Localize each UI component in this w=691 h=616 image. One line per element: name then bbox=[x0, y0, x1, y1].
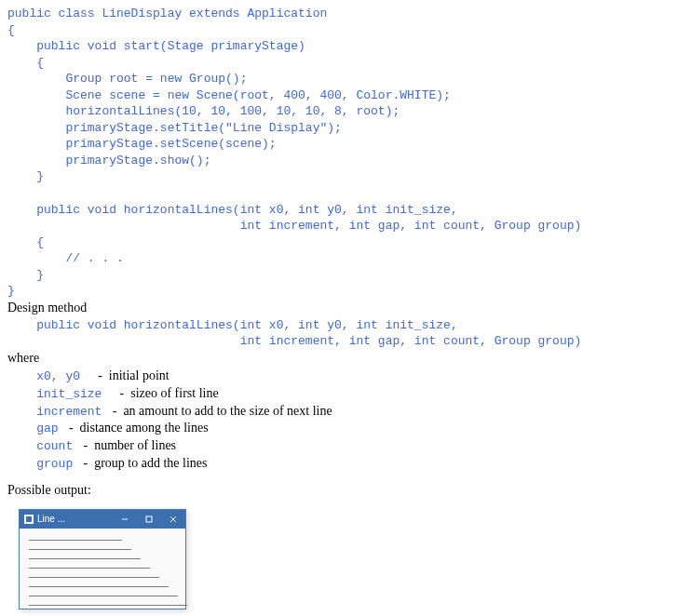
horizontal-line bbox=[29, 577, 159, 578]
param-name: group bbox=[7, 457, 80, 471]
client-area bbox=[20, 529, 185, 609]
window-title: Line ... bbox=[37, 514, 67, 524]
param-line: init_size - sizeo of first line bbox=[7, 385, 684, 403]
horizontal-line bbox=[29, 605, 187, 606]
param-line: increment - an amount to add to the size… bbox=[7, 403, 684, 421]
param-desc: - group to add the lines bbox=[80, 456, 207, 470]
code-line: primaryStage.show(); bbox=[7, 153, 684, 169]
close-button[interactable] bbox=[161, 510, 185, 529]
code-line: public void horizontalLines(int x0, int … bbox=[7, 202, 684, 219]
code-line: public void start(Stage primaryStage) bbox=[7, 38, 684, 55]
close-icon bbox=[169, 516, 177, 523]
param-line: x0, y0 - initial point bbox=[7, 368, 684, 385]
param-desc: - number of lines bbox=[80, 438, 176, 452]
horizontal-line bbox=[29, 586, 169, 587]
svg-rect-3 bbox=[146, 516, 152, 522]
maximize-button[interactable] bbox=[137, 510, 161, 529]
horizontal-line bbox=[29, 549, 131, 550]
code-blank bbox=[7, 185, 684, 202]
param-name: increment bbox=[7, 405, 109, 419]
code-line: } bbox=[7, 267, 684, 284]
signature-line: int increment, int gap, int count, Group… bbox=[7, 333, 684, 350]
app-icon bbox=[23, 514, 34, 524]
param-line: count - number of lines bbox=[7, 437, 684, 455]
possible-output-heading: Possible output: bbox=[7, 482, 684, 500]
where-heading: where bbox=[7, 350, 684, 368]
signature-line: public void horizontalLines(int x0, int … bbox=[7, 317, 684, 334]
code-line: public class LineDisplay extends Applica… bbox=[7, 6, 684, 22]
output-window: Line ... bbox=[19, 509, 186, 609]
title-bar: Line ... bbox=[20, 510, 185, 529]
code-line: { bbox=[7, 22, 684, 39]
param-desc: - initial point bbox=[95, 368, 169, 382]
param-line: gap - distance among the lines bbox=[7, 420, 684, 437]
code-line: primaryStage.setScene(scene); bbox=[7, 136, 684, 153]
param-line: group - group to add the lines bbox=[7, 455, 684, 473]
horizontal-line bbox=[29, 558, 141, 559]
param-name: init_size bbox=[7, 387, 116, 401]
param-name: x0, y0 bbox=[7, 369, 95, 383]
code-line: primaryStage.setTitle("Line Display"); bbox=[7, 120, 684, 137]
maximize-icon bbox=[145, 516, 153, 523]
param-desc: - an amount to add to the size of next l… bbox=[109, 404, 332, 418]
svg-rect-1 bbox=[26, 516, 32, 522]
code-line: int increment, int gap, int count, Group… bbox=[7, 218, 684, 234]
code-line: } bbox=[7, 283, 684, 300]
minimize-button[interactable] bbox=[113, 510, 137, 529]
code-line: horizontalLines(10, 10, 100, 10, 10, 8, … bbox=[7, 103, 684, 120]
horizontal-line bbox=[29, 540, 122, 541]
design-method-heading: Design method bbox=[7, 300, 684, 317]
code-line: Scene scene = new Scene(root, 400, 400, … bbox=[7, 87, 684, 104]
code-line: { bbox=[7, 234, 684, 251]
param-desc: - sizeo of first line bbox=[116, 386, 219, 400]
code-line: Group root = new Group(); bbox=[7, 71, 684, 87]
horizontal-line bbox=[29, 596, 178, 596]
param-desc: - distance among the lines bbox=[65, 421, 208, 435]
param-name: gap bbox=[7, 422, 65, 435]
param-name: count bbox=[7, 439, 80, 453]
minimize-icon bbox=[121, 516, 129, 523]
horizontal-line bbox=[29, 568, 150, 569]
code-line: } bbox=[7, 168, 684, 185]
code-line: { bbox=[7, 55, 684, 72]
code-line: // . . . bbox=[7, 250, 684, 267]
